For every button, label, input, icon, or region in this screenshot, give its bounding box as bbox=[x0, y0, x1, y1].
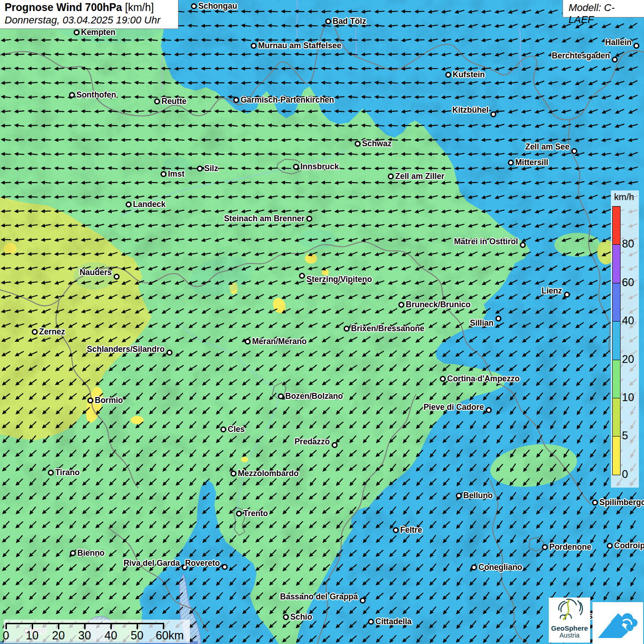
mountain-cloud-icon bbox=[592, 602, 643, 644]
model-box: Modell: C-LAEF bbox=[563, 0, 644, 17]
city-dot-icon bbox=[490, 111, 496, 117]
scalebar-label: 50 bbox=[131, 629, 144, 642]
city-dot-icon bbox=[445, 72, 451, 78]
model-label: Modell: C-LAEF bbox=[569, 2, 639, 26]
city-dot-icon bbox=[360, 598, 366, 604]
scalebar-tick bbox=[58, 623, 59, 629]
city-dot-icon bbox=[251, 43, 257, 49]
geosphere-contour-icon bbox=[555, 598, 584, 622]
city-label: Kitzbühel bbox=[452, 105, 489, 115]
city-label: Schlanders/Silandro bbox=[87, 345, 165, 354]
city-dot-icon bbox=[126, 201, 132, 207]
city-label: Bassano del Grappa bbox=[280, 592, 358, 602]
legend-band-value: 20 bbox=[622, 353, 638, 365]
city-dot-icon bbox=[197, 166, 203, 172]
city-dot-icon bbox=[393, 527, 399, 533]
city-label: Kufstein bbox=[453, 70, 485, 80]
city-label: Belluno bbox=[463, 491, 493, 500]
city-label: Mezzolombardo bbox=[238, 469, 299, 478]
map-title: Prognose Wind 700hPa [km/h] bbox=[5, 1, 173, 14]
city-label: Lienz bbox=[541, 286, 562, 296]
city-label: Cittadella bbox=[375, 617, 412, 627]
city-dot-icon bbox=[48, 470, 54, 476]
city-label: Schio bbox=[290, 612, 312, 622]
city-label: Zernez bbox=[39, 327, 65, 337]
city-dot-icon bbox=[233, 97, 239, 103]
legend-band-value: 60 bbox=[622, 276, 638, 288]
city-label: Codroipo bbox=[614, 541, 644, 551]
city-label: Murnau am Staffelsee bbox=[258, 41, 341, 51]
city-layer: SchongauBad TölzKemptenMurnau am Staffel… bbox=[0, 0, 644, 644]
city-dot-icon bbox=[306, 216, 312, 222]
city-label: Garmisch-Partenkirchen bbox=[241, 95, 334, 105]
city-dot-icon bbox=[236, 511, 242, 517]
city-label: Cortina d'Ampezzo bbox=[447, 374, 520, 384]
city-label: Sterzing/Vipiteno bbox=[306, 275, 372, 284]
legend-band bbox=[612, 283, 621, 322]
distance-scalebar: 0102030405060km bbox=[4, 620, 190, 643]
city-label: Bienno bbox=[77, 548, 104, 558]
city-label: Bruneck/Brunico bbox=[406, 300, 471, 310]
city-dot-icon bbox=[398, 302, 404, 308]
legend-band bbox=[612, 206, 621, 245]
geosphere-name: GeoSphere bbox=[549, 625, 590, 632]
city-dot-icon bbox=[508, 160, 514, 166]
city-label: Feltre bbox=[400, 525, 422, 535]
city-label: Tirano bbox=[55, 468, 80, 477]
city-dot-icon bbox=[471, 564, 477, 570]
city-label: Reutte bbox=[161, 97, 186, 106]
wind-speed-legend: km/h 806040201050 bbox=[611, 190, 639, 488]
city-dot-icon bbox=[245, 339, 251, 345]
city-label: Zell am Ziller bbox=[395, 172, 444, 181]
city-label: Riva del Garda bbox=[123, 558, 180, 568]
city-dot-icon bbox=[278, 393, 284, 399]
city-dot-icon bbox=[368, 619, 374, 625]
city-dot-icon bbox=[607, 543, 613, 549]
legend-band-value: 10 bbox=[622, 391, 638, 403]
city-label: Pieve di Cadore bbox=[424, 402, 484, 412]
city-dot-icon bbox=[293, 164, 299, 170]
city-dot-icon bbox=[344, 326, 350, 332]
city-label: Brixen/Bressanone bbox=[351, 324, 425, 334]
city-label: Conegliano bbox=[478, 563, 522, 572]
legend-band-value: 5 bbox=[622, 430, 638, 442]
scalebar-label: 60km bbox=[155, 629, 184, 642]
city-label: Steinach am Brenner bbox=[224, 214, 305, 224]
legend-title: km/h bbox=[614, 192, 634, 202]
city-dot-icon bbox=[571, 148, 577, 154]
scalebar-label: 30 bbox=[78, 629, 91, 642]
legend-band bbox=[612, 436, 621, 475]
city-label: Silz bbox=[204, 164, 218, 173]
city-label: Predazzo bbox=[294, 437, 330, 447]
scalebar-tick bbox=[110, 623, 112, 629]
city-label: Sillian bbox=[470, 318, 494, 328]
city-dot-icon bbox=[486, 407, 492, 413]
city-dot-icon bbox=[520, 242, 526, 248]
legend-band bbox=[612, 398, 621, 437]
city-label: Mittersill bbox=[515, 158, 548, 167]
wind-forecast-map: SchongauBad TölzKemptenMurnau am Staffel… bbox=[0, 0, 644, 644]
city-dot-icon bbox=[222, 564, 228, 570]
city-label: Sonthofen bbox=[76, 90, 116, 100]
city-dot-icon bbox=[283, 614, 289, 620]
city-label: Hallein bbox=[605, 38, 632, 47]
city-label: Schongau bbox=[198, 1, 237, 11]
map-subtitle: Donnerstag, 03.04.2025 19:00 Uhr bbox=[5, 14, 173, 26]
scalebar-tick bbox=[32, 623, 33, 629]
city-dot-icon bbox=[355, 141, 361, 147]
city-label: Pordenone bbox=[549, 542, 591, 552]
city-dot-icon bbox=[542, 544, 548, 550]
legend-band-value: 40 bbox=[622, 315, 638, 327]
city-dot-icon bbox=[69, 92, 75, 98]
scalebar-label: 20 bbox=[52, 629, 65, 642]
city-dot-icon bbox=[74, 29, 80, 35]
scalebar-tick bbox=[84, 623, 86, 629]
legend-band-value: 0 bbox=[622, 468, 638, 480]
city-label: Imst bbox=[168, 169, 184, 179]
city-label: Schwaz bbox=[362, 139, 391, 149]
city-dot-icon bbox=[564, 292, 570, 298]
city-dot-icon bbox=[495, 316, 501, 322]
geosphere-country: Austria bbox=[549, 632, 590, 639]
city-dot-icon bbox=[154, 98, 160, 104]
city-label: Zell am See bbox=[525, 142, 569, 152]
